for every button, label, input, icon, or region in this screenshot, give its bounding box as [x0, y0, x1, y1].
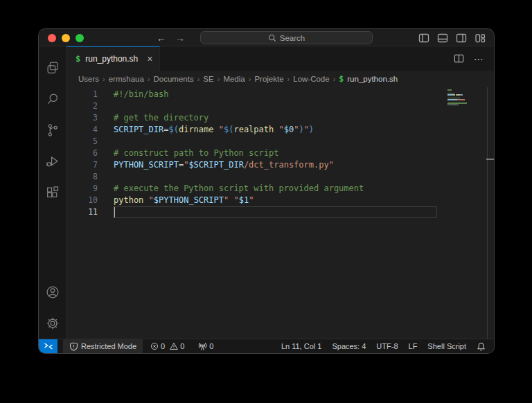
- remote-icon: [44, 341, 53, 351]
- code-line[interactable]: 3# get the directory: [66, 112, 494, 124]
- toggle-panel-icon[interactable]: [437, 33, 448, 44]
- tab-label: run_python.sh: [85, 54, 138, 64]
- indentation-label: Spaces: 4: [332, 342, 366, 350]
- cursor-position-label: Ln 11, Col 1: [281, 342, 322, 350]
- breadcrumb-segment[interactable]: Users: [78, 75, 99, 83]
- code-editor[interactable]: 1#!/bin/bash23# get the directory4SCRIPT…: [66, 87, 494, 339]
- minimap-line: [447, 98, 479, 99]
- code-text: PYTHON_SCRIPT="$SCRIPT_DIR/dct_transform…: [114, 159, 334, 171]
- minimap-line: [447, 93, 479, 94]
- code-line[interactable]: 1#!/bin/bash: [66, 89, 494, 100]
- settings-gear-icon[interactable]: [39, 307, 66, 339]
- minimap-line: [447, 91, 479, 92]
- ports-button[interactable]: 0: [195, 339, 217, 353]
- code-text: # construct path to Python script: [114, 147, 278, 159]
- language-mode-label: Shell Script: [427, 342, 466, 350]
- forward-arrow-icon[interactable]: →: [175, 33, 185, 44]
- breadcrumb-file[interactable]: run_python.sh: [347, 75, 398, 83]
- search-sidebar-icon[interactable]: [39, 83, 66, 114]
- eol-button[interactable]: LF: [405, 339, 421, 353]
- code-line[interactable]: 4SCRIPT_DIR=$(dirname "$(realpath "$0")"…: [66, 124, 494, 136]
- warning-count: 0: [180, 342, 184, 350]
- shell-file-icon: $: [76, 54, 80, 64]
- shield-icon: [69, 342, 78, 351]
- breadcrumb: Users›ermshaua›Documents›SE›Media›Projek…: [66, 71, 494, 87]
- chevron-right-icon: ›: [148, 75, 150, 83]
- encoding-label: UTF-8: [376, 342, 398, 350]
- code-line[interactable]: 7PYTHON_SCRIPT="$SCRIPT_DIR/dct_transfor…: [66, 159, 494, 171]
- extensions-icon[interactable]: [39, 177, 66, 208]
- minimap-line: [447, 102, 479, 104]
- breadcrumb-segment[interactable]: Low-Code: [293, 75, 329, 83]
- search-label: Search: [280, 34, 305, 42]
- status-bar-right: Ln 11, Col 1 Spaces: 4 UTF-8 LF Shell Sc…: [278, 339, 494, 353]
- more-actions-icon[interactable]: ⋯: [474, 53, 484, 64]
- line-number: 11: [66, 206, 98, 218]
- accounts-icon[interactable]: [39, 276, 66, 307]
- breadcrumb-segment[interactable]: ermshaua: [109, 75, 144, 83]
- current-line-highlight: [113, 206, 437, 218]
- toggle-secondary-sidebar-icon[interactable]: [456, 33, 467, 44]
- code-line[interactable]: 2: [66, 100, 494, 112]
- desktop-background: ← → Search: [0, 0, 532, 403]
- back-arrow-icon[interactable]: ←: [157, 33, 166, 44]
- line-number: 5: [66, 136, 98, 147]
- title-bar: ← → Search: [39, 29, 494, 46]
- tab-run-python-sh[interactable]: $ run_python.sh ×: [66, 46, 160, 71]
- remote-indicator-button[interactable]: [39, 339, 57, 353]
- code-line[interactable]: 11: [66, 206, 494, 218]
- minimap-line: [447, 96, 479, 98]
- shell-file-icon: $: [339, 74, 344, 84]
- ports-count: 0: [209, 342, 213, 350]
- activity-bar: [39, 46, 66, 339]
- radio-tower-icon: [198, 342, 207, 351]
- code-line[interactable]: 6# construct path to Python script: [66, 147, 494, 159]
- breadcrumb-segment[interactable]: Projekte: [254, 75, 283, 83]
- vscode-window: ← → Search: [38, 28, 495, 354]
- breadcrumb-segment[interactable]: SE: [203, 75, 213, 83]
- chevron-right-icon: ›: [218, 75, 220, 83]
- eol-label: LF: [409, 342, 418, 350]
- chevron-right-icon: ›: [103, 75, 105, 83]
- breadcrumb-segment[interactable]: Documents: [154, 75, 194, 83]
- zoom-window-button[interactable]: [76, 34, 84, 42]
- restricted-mode-button[interactable]: Restricted Mode: [63, 339, 143, 353]
- overview-ruler[interactable]: [487, 87, 494, 339]
- line-number: 4: [66, 124, 98, 136]
- chevron-right-icon: ›: [197, 75, 200, 83]
- encoding-button[interactable]: UTF-8: [373, 339, 401, 353]
- search-icon: [268, 34, 276, 42]
- minimap-line: [447, 106, 479, 107]
- run-and-debug-icon[interactable]: [39, 145, 66, 177]
- code-text: # get the directory: [114, 112, 209, 124]
- line-number: 1: [66, 89, 98, 100]
- close-tab-icon[interactable]: ×: [147, 54, 152, 64]
- code-line[interactable]: 8: [66, 171, 494, 183]
- code-text: #!/bin/bash: [114, 89, 168, 100]
- source-control-icon[interactable]: [39, 114, 66, 145]
- line-number: 10: [66, 195, 98, 206]
- code-line[interactable]: 9# execute the Python script with provid…: [66, 183, 494, 195]
- code-line[interactable]: 5: [66, 136, 494, 147]
- close-window-button[interactable]: [48, 34, 56, 42]
- indentation-button[interactable]: Spaces: 4: [328, 339, 369, 353]
- problems-button[interactable]: 0 0: [147, 339, 188, 353]
- code-line[interactable]: 10python "$PYTHON_SCRIPT" "$1": [66, 195, 494, 206]
- command-center-search[interactable]: Search: [200, 31, 373, 44]
- history-navigation: ← →: [157, 29, 185, 46]
- notifications-bell-button[interactable]: [473, 339, 489, 353]
- customize-layout-icon[interactable]: [475, 33, 486, 44]
- chevron-right-icon: ›: [249, 75, 251, 83]
- minimize-window-button[interactable]: [62, 34, 70, 42]
- minimap[interactable]: [447, 89, 479, 107]
- toggle-primary-sidebar-icon[interactable]: [418, 33, 429, 44]
- line-number: 2: [66, 100, 98, 112]
- breadcrumb-segment[interactable]: Media: [223, 75, 245, 83]
- status-bar: Restricted Mode 0 0 0 Ln 11, Col 1 Space…: [39, 339, 494, 353]
- cursor-position-button[interactable]: Ln 11, Col 1: [278, 339, 326, 353]
- window-controls: [48, 34, 84, 42]
- line-number: 9: [66, 183, 98, 195]
- split-editor-icon[interactable]: [454, 53, 464, 64]
- language-mode-button[interactable]: Shell Script: [424, 339, 470, 353]
- explorer-icon[interactable]: [39, 52, 66, 83]
